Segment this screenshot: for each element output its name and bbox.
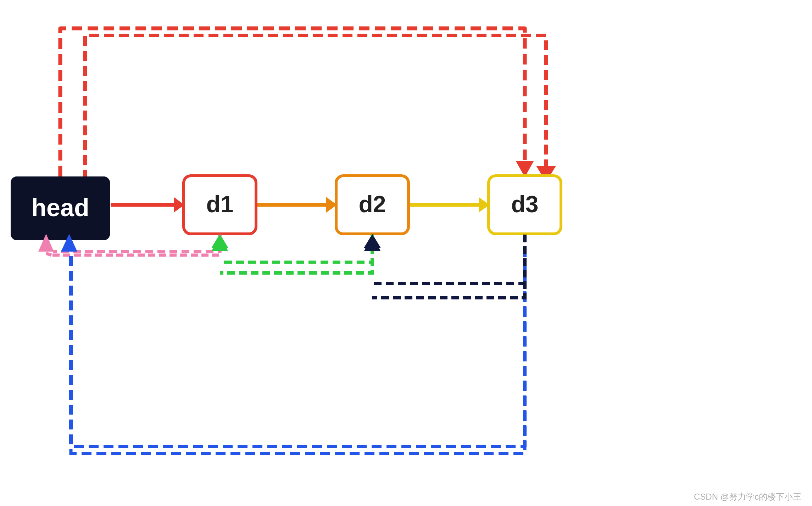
dark-arrow-up [364,234,380,251]
dark-dashed-line [372,235,525,298]
d1-text: d1 [206,191,233,217]
d3-text: d3 [511,191,538,217]
pink-connector [46,253,51,255]
red-dashed-loop [60,28,525,176]
diagram: head d1 d2 d3 [0,0,812,506]
watermark-text: CSDN @努力学c的楼下小王 [694,492,801,501]
d2-text: d2 [358,191,386,217]
head-text: head [31,194,89,221]
green-dashed-line [220,235,372,273]
green-arrow-up [212,234,228,251]
